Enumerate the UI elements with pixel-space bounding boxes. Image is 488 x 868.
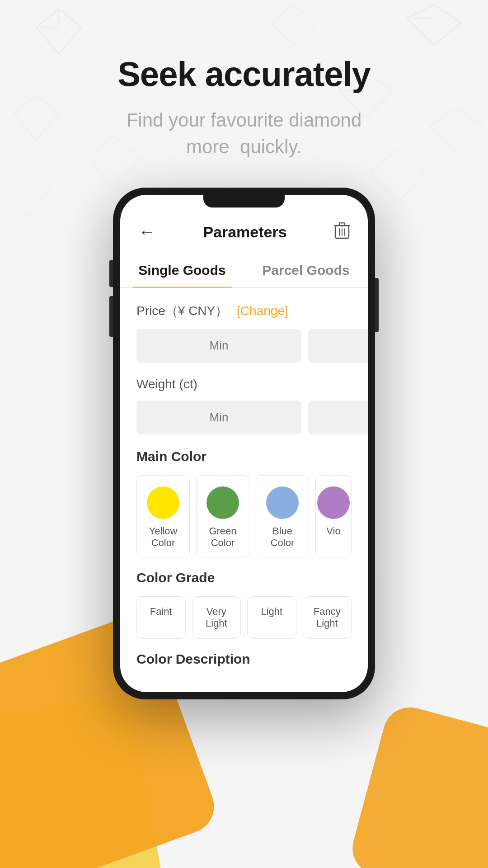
color-description-title: Color Description	[136, 651, 352, 667]
tab-parcel-goods[interactable]: Parcel Goods	[244, 254, 368, 287]
phone-side-btn-2	[109, 296, 113, 337]
hero-subtitle: Find your favourite diamondmore quickly.	[0, 107, 488, 160]
yellow-color-circle	[147, 486, 179, 519]
violet-color-circle	[317, 486, 350, 519]
phone-mockup: ← Parameters Single Goods	[113, 188, 375, 699]
main-color-title: Main Color	[136, 449, 352, 464]
blue-color-label: Blue Color	[261, 525, 304, 549]
yellow-shape-back	[0, 693, 165, 868]
grade-item-faint[interactable]: Faint	[136, 596, 186, 639]
color-grade-title: Color Grade	[136, 570, 352, 585]
weight-min-input[interactable]	[136, 401, 301, 434]
hero-title: Seek accurately	[0, 54, 488, 94]
grade-items-row: Faint Very Light Light Fancy Light	[136, 596, 352, 639]
phone-side-btn-1	[109, 260, 113, 287]
delete-button[interactable]	[334, 222, 350, 243]
green-color-label: Green Color	[201, 525, 244, 549]
phone-screen: ← Parameters Single Goods	[120, 195, 368, 692]
grade-faint-label: Faint	[150, 606, 172, 617]
yellow-color-label: Yellow Color	[141, 525, 185, 549]
price-max-input[interactable]	[308, 329, 368, 363]
color-description-section: Color Description	[136, 651, 352, 667]
green-color-circle	[206, 486, 239, 519]
violet-color-label: Vio	[326, 525, 340, 537]
phone-notch	[203, 195, 285, 208]
weight-label: Weight (ct)	[136, 377, 352, 392]
grade-item-fancy-light[interactable]: Fancy Light	[303, 596, 352, 639]
tab-single-goods[interactable]: Single Goods	[120, 254, 244, 287]
grade-very-light-label: Very Light	[206, 606, 227, 629]
change-currency-link[interactable]: [Change]	[237, 304, 288, 318]
weight-section: Weight (ct) Range ▼	[136, 377, 352, 434]
page-title: Parameters	[203, 223, 286, 241]
color-item-blue[interactable]: Blue Color	[256, 475, 309, 557]
price-min-input[interactable]	[136, 329, 301, 363]
grade-light-label: Light	[261, 606, 282, 617]
yellow-shape-right	[347, 701, 488, 868]
blue-color-circle	[266, 486, 299, 519]
color-item-violet[interactable]: Vio	[315, 475, 352, 557]
phone-outer-shell: ← Parameters Single Goods	[113, 188, 375, 699]
color-items-row: Yellow Color Green Color Blue Color	[136, 475, 352, 557]
back-button[interactable]: ←	[138, 222, 155, 242]
color-item-green[interactable]: Green Color	[196, 475, 249, 557]
phone-side-btn-right	[375, 278, 379, 332]
weight-input-row: Range ▼	[136, 401, 352, 434]
grade-item-very-light[interactable]: Very Light	[192, 596, 241, 639]
grade-fancy-light-label: Fancy Light	[314, 606, 341, 629]
app-content: Price（¥ CNY） [Change] Range ▼ Weight (ct…	[120, 302, 368, 667]
grade-item-light[interactable]: Light	[247, 596, 296, 639]
price-input-row: Range ▼	[136, 329, 352, 363]
weight-max-input[interactable]	[308, 401, 368, 434]
hero-section: Seek accurately Find your favourite diam…	[0, 0, 488, 188]
price-label: Price（¥ CNY） [Change]	[136, 302, 352, 320]
color-item-yellow[interactable]: Yellow Color	[136, 475, 190, 557]
tabs-row: Single Goods Parcel Goods	[120, 254, 368, 288]
main-color-section: Main Color Yellow Color Green Color	[136, 449, 352, 557]
color-grade-section: Color Grade Faint Very Light Light Fan	[136, 570, 352, 639]
svg-rect-17	[339, 223, 345, 226]
